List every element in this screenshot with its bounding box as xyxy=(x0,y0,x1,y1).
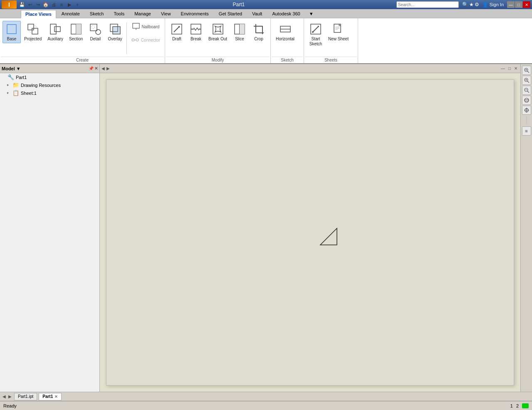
auxiliary-button[interactable]: Auxiliary xyxy=(45,21,66,43)
crop-button[interactable]: Crop xyxy=(250,21,268,43)
panel-dropdown-icon[interactable]: ▼ xyxy=(16,66,21,71)
connector-button[interactable]: Connector xyxy=(129,34,162,46)
projected-button[interactable]: Projected xyxy=(22,21,44,43)
canvas-content[interactable] xyxy=(100,73,520,392)
canvas-controls-right: — □ ✕ xyxy=(500,66,519,71)
ribbon-section-create-content: Base Projected xyxy=(1,20,164,57)
qa-save[interactable]: 💾 xyxy=(18,1,26,8)
tab-scroll-left[interactable]: ◀ xyxy=(2,394,7,399)
tree-item-drawing-resources[interactable]: + 📁 Drawing Resources xyxy=(0,81,99,89)
tab-annotate[interactable]: Annotate xyxy=(57,10,84,18)
star-icon[interactable]: ★ xyxy=(469,2,474,7)
new-sheet-button[interactable]: New Sheet xyxy=(326,21,351,43)
svg-rect-12 xyxy=(90,24,97,31)
base-button[interactable]: Base xyxy=(2,21,21,43)
tab-vault[interactable]: Vault xyxy=(247,10,267,18)
zoom-orbit-button[interactable] xyxy=(522,96,531,105)
section-button[interactable]: Section xyxy=(67,21,85,43)
zoom-in-button[interactable] xyxy=(522,76,531,85)
status-val-2: 2 xyxy=(516,403,519,408)
bottom-tab-label-1: Part1.ipt xyxy=(18,394,33,399)
canvas-area: ◀ ▶ — □ ✕ xyxy=(100,64,532,392)
section-icon xyxy=(69,22,83,36)
svg-rect-11 xyxy=(76,24,81,34)
zoom-out-button[interactable] xyxy=(522,86,531,95)
help-icon[interactable]: ⚙ xyxy=(475,2,479,7)
expander-icon-dr[interactable]: + xyxy=(7,83,12,87)
svg-line-52 xyxy=(527,81,529,83)
full-nav-button[interactable]: ⊞ xyxy=(522,126,531,136)
sign-in-button[interactable]: 👤 Sign In xyxy=(483,2,504,7)
zoom-fit-button[interactable] xyxy=(522,66,531,75)
overlay-button[interactable]: Overlay xyxy=(105,21,124,43)
maximize-button[interactable]: □ xyxy=(515,1,522,8)
breakout-button[interactable]: Break Out xyxy=(206,21,230,43)
tab-get-started[interactable]: Get Started xyxy=(214,10,247,18)
search-icon[interactable]: 🔍 xyxy=(462,2,468,7)
svg-rect-3 xyxy=(32,28,38,34)
canvas-close-icon[interactable]: ✕ xyxy=(513,66,519,71)
tab-place-views[interactable]: Place Views xyxy=(21,10,56,18)
tree-item-part1[interactable]: 🔧 Part1 xyxy=(0,73,99,81)
base-icon xyxy=(5,22,18,36)
panel-title: Model ▼ xyxy=(2,66,21,71)
ribbon-section-modify-content: Draft Break xyxy=(166,20,270,57)
canvas-maximize-icon[interactable]: □ xyxy=(507,66,512,71)
minimize-button[interactable]: — xyxy=(507,1,515,8)
sheets-section-label: Sheets xyxy=(305,57,357,63)
draft-button[interactable]: Draft xyxy=(168,21,186,43)
tab-extra[interactable]: ▼ xyxy=(306,10,317,18)
statusbar: Ready 1 2 xyxy=(0,401,532,410)
bottom-tab-part1[interactable]: Part1 ✕ xyxy=(39,393,62,400)
qa-redo[interactable]: ↪ xyxy=(34,1,42,8)
tab-tools[interactable]: Tools xyxy=(109,10,129,18)
panel-close-icon[interactable]: ✕ xyxy=(94,66,98,71)
tab-environments[interactable]: Environments xyxy=(176,10,213,18)
bottom-tab-close-icon[interactable]: ✕ xyxy=(54,395,58,399)
qa-add[interactable]: + xyxy=(74,1,81,8)
auxiliary-label: Auxiliary xyxy=(47,37,63,42)
bottom-tabs: ◀ ▶ Part1.ipt Part1 ✕ xyxy=(0,392,532,401)
draft-icon xyxy=(170,22,183,36)
close-button[interactable]: ✕ xyxy=(523,1,530,8)
canvas-minimize-icon[interactable]: — xyxy=(500,66,506,71)
horizontal-icon xyxy=(279,22,292,36)
qa-print[interactable]: 🖨 xyxy=(50,1,57,8)
left-panel: Model ▼ 📌 ✕ 🔧 Part1 + 📁 Drawing Resource… xyxy=(0,64,100,392)
qa-menu[interactable]: ≡ xyxy=(58,1,65,8)
auxiliary-icon xyxy=(49,22,62,36)
search-input[interactable] xyxy=(396,1,459,8)
nailboard-button[interactable]: Nailboard xyxy=(129,21,162,32)
triangle-drawing xyxy=(318,226,339,248)
detail-button[interactable]: Detail xyxy=(86,21,104,43)
svg-rect-17 xyxy=(133,23,139,28)
connector-icon xyxy=(131,35,140,44)
start-sketch-button[interactable]: Start Sketch xyxy=(307,21,325,48)
svg-point-40 xyxy=(312,31,314,33)
main-area: Model ▼ 📌 ✕ 🔧 Part1 + 📁 Drawing Resource… xyxy=(0,64,532,392)
bottom-tab-part1ipt[interactable]: Part1.ipt xyxy=(14,393,37,400)
base-label: Base xyxy=(7,37,17,42)
slice-button[interactable]: Slice xyxy=(230,21,249,43)
horizontal-label: Horizontal xyxy=(276,37,294,42)
zoom-controls: ⊞ xyxy=(520,64,532,392)
break-label: Break xyxy=(191,37,201,42)
horizontal-button[interactable]: Horizontal xyxy=(273,21,297,43)
qa-home[interactable]: 🏠 xyxy=(42,1,49,8)
tab-scroll-right[interactable]: ▶ xyxy=(7,394,12,399)
qa-run[interactable]: ▶ xyxy=(66,1,73,8)
ribbon: Base Projected xyxy=(0,18,532,64)
qa-undo[interactable]: ↩ xyxy=(26,1,34,8)
tab-autodesk-360[interactable]: Autodesk 360 xyxy=(267,10,304,18)
tab-sketch[interactable]: Sketch xyxy=(85,10,109,18)
zoom-pan-button[interactable] xyxy=(522,106,531,115)
tab-manage[interactable]: Manage xyxy=(130,10,156,18)
sheet-icon: 📋 xyxy=(12,90,19,96)
break-button[interactable]: Break xyxy=(187,21,205,43)
expander-icon-s1[interactable]: + xyxy=(7,91,12,95)
tab-view[interactable]: View xyxy=(156,10,176,18)
panel-pin-icon[interactable]: 📌 xyxy=(89,66,94,71)
window-title: Part1 xyxy=(233,2,245,7)
svg-point-13 xyxy=(96,30,101,35)
tree-item-sheet1[interactable]: + 📋 Sheet:1 xyxy=(0,89,99,97)
